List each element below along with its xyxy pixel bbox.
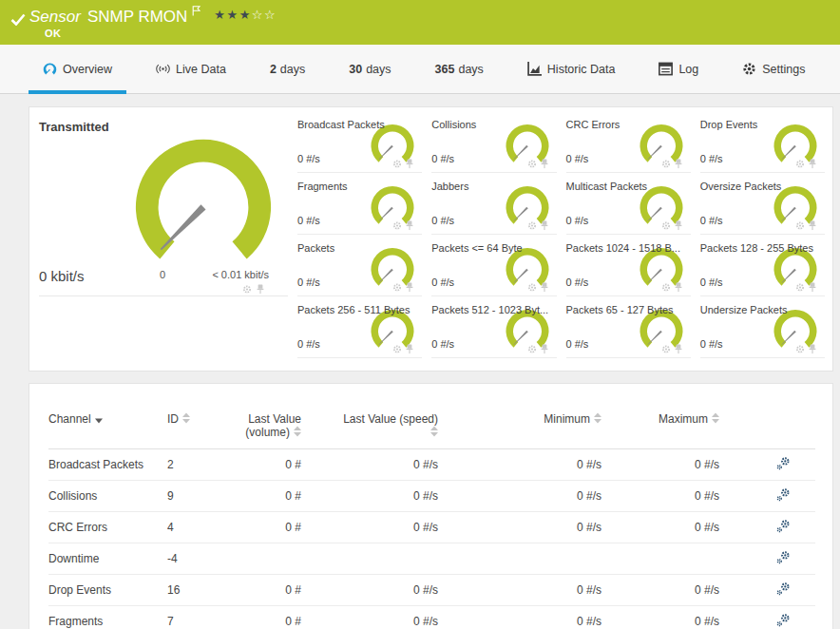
channel-gauge-value: 0 #/s [297,215,320,226]
tab-historic-data[interactable]: Historic Data [513,45,630,93]
tab-365-days[interactable]: 365days [421,45,498,93]
pin-icon[interactable] [256,284,265,295]
channel-gauge-title: Packets 512 - 1023 Byt... [431,304,548,315]
table-row: Broadcast Packets20 #0 #/s0 #/s0 #/s [48,449,815,481]
gear-icon[interactable] [661,344,671,354]
cell-last-value-speed: 0 #/s [334,512,476,543]
channel-settings-button[interactable] [776,550,791,564]
pin-icon[interactable] [540,344,549,354]
cell-last-value-speed: 0 #/s [334,606,476,629]
tab-label: days [280,63,305,76]
channel-gauge-cell: Oversize Packets0 #/s [700,173,825,235]
pin-icon[interactable] [808,344,817,354]
pin-icon[interactable] [674,159,683,169]
cell-id: 16 [167,575,243,606]
pin-icon[interactable] [405,344,414,354]
table-header: ChannelIDLast Value (volume)Last Value (… [48,410,815,449]
cell-last-value-speed: 0 #/s [334,449,476,481]
channel-gauge-title: Packets <= 64 Byte [431,242,522,254]
cell-last-value-volume [243,543,334,575]
column-header-id[interactable]: ID [167,410,243,449]
gear-icon[interactable] [392,220,402,231]
channel-gauge-title: Drop Events [700,119,758,130]
pin-icon[interactable] [674,282,683,293]
tab-label: Settings [762,63,805,76]
column-header-minimum[interactable]: Minimum [476,410,628,449]
cell-last-value-speed: 0 #/s [334,481,476,512]
channel-gauge-cell: Packets 1024 - 1518 B...0 #/s [566,235,691,296]
channel-gauge-value: 0 #/s [297,276,320,288]
cell-channel: CRC Errors [48,512,167,543]
priority-stars[interactable]: ★★★☆☆ [214,8,277,22]
pin-icon[interactable] [808,282,817,293]
cell-last-value-volume: 0 # [243,575,334,606]
channel-gauge-title: Collisions [431,119,476,130]
tab-2-days[interactable]: 2days [256,45,319,93]
channel-settings-button[interactable] [776,519,791,533]
gear-icon[interactable] [661,282,671,293]
gauges-panel: Transmitted 0 < 0.01 kbit/s 0 kbit/s Bro… [29,106,833,372]
tab-live-data[interactable]: Live Data [142,45,240,93]
cell-id: 2 [167,449,243,481]
cell-last-value-volume: 0 # [243,606,334,629]
pin-icon[interactable] [540,282,549,293]
channel-gauge-title: Packets 1024 - 1518 B... [566,242,680,254]
channel-gauge-cell: CRC Errors0 #/s [566,111,691,173]
pin-icon[interactable] [540,159,549,169]
cell-channel: Collisions [48,481,167,512]
cell-maximum: 0 #/s [628,512,752,543]
gear-icon[interactable] [392,344,402,354]
channel-gauge-cell: Packets 256 - 511 Bytes0 #/s [297,296,422,358]
gear-icon[interactable] [661,159,671,169]
column-header-last-value-volume[interactable]: Last Value (volume) [243,410,334,449]
channel-gauge-title: Packets [297,242,334,254]
pin-icon[interactable] [674,344,683,354]
gear-icon[interactable] [795,220,805,231]
gauge-max-label: < 0.01 kbit/s [212,269,269,280]
star-filled-icons: ★★★ [214,8,251,22]
channel-settings-button[interactable] [776,581,791,596]
channels-table-panel: ChannelIDLast Value (volume)Last Value (… [29,383,833,629]
flag-icon[interactable] [192,6,200,16]
pin-icon[interactable] [405,282,414,293]
column-header-channel[interactable]: Channel [48,410,167,449]
gear-icon[interactable] [527,282,537,293]
channel-settings-button[interactable] [776,613,791,627]
pin-icon[interactable] [808,159,817,169]
cell-id: -4 [167,543,243,575]
tab-overview[interactable]: Overview [29,45,126,93]
tab-label: Live Data [176,63,226,76]
tab-log[interactable]: Log [644,45,713,93]
tab-label: days [366,63,391,76]
gear-icon[interactable] [392,282,402,293]
gear-icon[interactable] [795,282,805,293]
gear-icon[interactable] [795,344,805,354]
gear-icon[interactable] [527,159,537,169]
column-header-last-value-speed[interactable]: Last Value (speed) [334,410,476,449]
tab-settings[interactable]: Settings [728,45,819,93]
gear-icon[interactable] [242,284,252,295]
gear-icon[interactable] [527,220,537,231]
primary-gauge-dial [128,124,278,275]
gear-icon[interactable] [661,220,671,231]
gear-icon[interactable] [527,344,537,354]
channel-settings-button[interactable] [776,456,791,470]
column-header-maximum[interactable]: Maximum [628,410,752,449]
pin-icon[interactable] [674,220,683,231]
cell-id: 4 [167,512,243,543]
pin-icon[interactable] [540,220,549,231]
channel-settings-button[interactable] [776,487,791,502]
pin-icon[interactable] [405,220,414,231]
tab-30-days[interactable]: 30days [334,45,405,93]
status-badge: OK [45,28,62,39]
channel-gauge-cell: Jabbers0 #/s [431,173,556,235]
channel-gauge-cell: Packets <= 64 Byte0 #/s [431,235,556,296]
channel-gauge-value: 0 #/s [700,215,723,226]
channel-gauge-value: 0 #/s [431,276,454,288]
cell-last-value-volume: 0 # [243,512,334,543]
channel-gauge-cell: Packets0 #/s [297,235,422,296]
gear-icon[interactable] [795,159,805,169]
pin-icon[interactable] [405,159,414,169]
gear-icon[interactable] [392,159,402,169]
pin-icon[interactable] [808,220,817,231]
